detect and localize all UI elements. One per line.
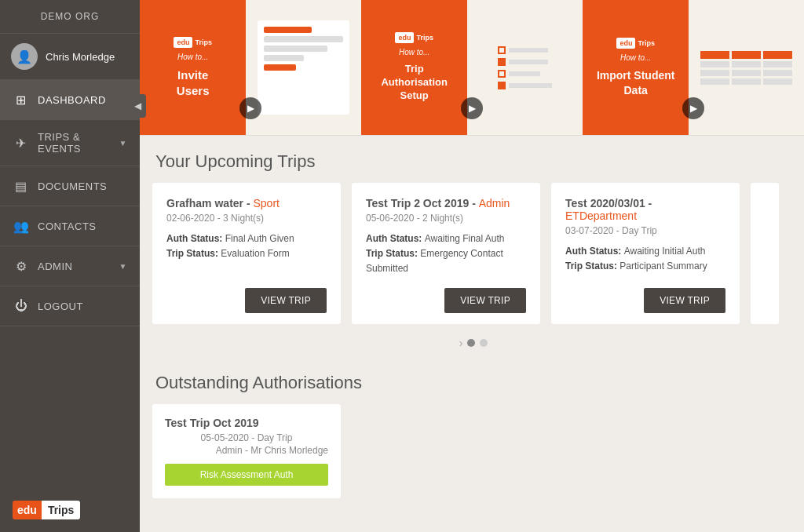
sidebar: DEMO ORG 👤 Chris Morledge ⊞ DASHBOARD ✈ … — [0, 0, 140, 532]
chevron-down-icon: ▼ — [119, 262, 127, 271]
sidebar-item-logout[interactable]: ⏻ LOGOUT — [0, 286, 140, 326]
auth-badge[interactable]: Risk Assessment Auth — [165, 464, 328, 486]
sidebar-item-trips-events[interactable]: ✈ TRIPS & EVENTS ▼ — [0, 120, 140, 166]
view-trip-button-3[interactable]: VIEW TRIP — [644, 288, 725, 313]
sidebar-collapse-button[interactable]: ◀ — [129, 94, 146, 118]
logout-icon: ⏻ — [13, 297, 30, 315]
view-trip-button-2[interactable]: VIEW TRIP — [444, 288, 526, 313]
invite-thumbnail: edu Trips How to... InviteUsers — [140, 0, 361, 135]
sidebar-item-label: CONTACTS — [38, 220, 97, 232]
username: Chris Morledge — [46, 51, 115, 63]
documents-icon: ▤ — [13, 177, 30, 195]
trip-card-title: Test 2020/03/01 - ETDepartment — [565, 197, 725, 222]
sidebar-nav: ⊞ DASHBOARD ✈ TRIPS & EVENTS ▼ ▤ DOCUMEN… — [0, 80, 140, 488]
thumb-logo: edu Trips — [174, 37, 212, 48]
trip-card-date: 03-07-2020 - Day Trip — [565, 225, 725, 236]
auth-section: Test Trip Oct 2019 05-05-2020 - Day Trip… — [140, 404, 804, 514]
trip-card-title: Grafham water - Sport — [166, 197, 327, 210]
howto-card-invite: INVITE NOW » edu Trips How to... InviteU… — [140, 0, 361, 135]
auth-card-title: Test Trip Oct 2019 — [165, 417, 328, 429]
thumb-title: InviteUsers — [177, 67, 210, 98]
app-logo: edu Trips — [0, 488, 140, 532]
pagination-dot-2[interactable] — [480, 339, 488, 347]
thumb-form — [258, 20, 349, 115]
org-name: DEMO ORG — [0, 0, 140, 34]
trips-icon: ✈ — [13, 134, 30, 151]
trip-card-title: Test Trip 2 Oct 2019 - Admin — [366, 197, 526, 210]
trip-card-status: Auth Status: Awaiting Initial Auth Trip … — [565, 244, 725, 277]
play-button-import[interactable]: ▶ — [682, 97, 704, 119]
thumb-checkboxes — [492, 40, 558, 96]
sidebar-item-admin[interactable]: ⚙ ADMIN ▼ — [0, 246, 140, 286]
howto-card-auth: SETUP AUTHORISATION » edu Trips How to..… — [361, 0, 583, 135]
outstanding-auth-title: Outstanding Authorisations — [140, 357, 804, 404]
trip-card-partial — [751, 183, 779, 324]
sidebar-item-documents[interactable]: ▤ DOCUMENTS — [0, 166, 140, 206]
upcoming-trips-title: Your Upcoming Trips — [140, 136, 804, 183]
play-button-invite[interactable]: ▶ — [239, 97, 261, 119]
user-profile: 👤 Chris Morledge — [0, 34, 140, 80]
pagination-dot-1[interactable] — [467, 339, 475, 347]
avatar: 👤 — [11, 43, 38, 70]
trip-card-2: Test Trip 2 Oct 2019 - Admin 05-06-2020 … — [352, 183, 540, 324]
logo-trips: Trips — [42, 501, 80, 519]
auth-thumbnail: edu Trips How to... TripAuthorisationSet… — [361, 0, 583, 135]
thumb-table — [700, 51, 792, 85]
sidebar-item-contacts[interactable]: 👥 CONTACTS — [0, 206, 140, 246]
admin-icon: ⚙ — [13, 257, 30, 275]
play-button-auth[interactable]: ▶ — [461, 97, 483, 119]
trip-card-date: 05-06-2020 - 2 Night(s) — [366, 213, 526, 224]
dashboard-icon: ⊞ — [13, 91, 30, 108]
main-content: INVITE NOW » edu Trips How to... InviteU… — [140, 0, 804, 532]
thumb-title: TripAuthorisationSetup — [381, 63, 448, 103]
sidebar-item-label: LOGOUT — [38, 301, 83, 312]
trip-card-date: 02-06-2020 - 3 Night(s) — [166, 213, 327, 224]
thumb-title: Import StudentData — [597, 68, 675, 97]
chevron-down-icon: ▼ — [119, 139, 127, 148]
contacts-icon: 👥 — [13, 217, 30, 235]
auth-card-admin: Admin - Mr Chris Morledge — [165, 445, 328, 456]
trip-card-status: Auth Status: Final Auth Given Trip Statu… — [166, 231, 327, 277]
trip-card-1: Grafham water - Sport 02-06-2020 - 3 Nig… — [152, 183, 341, 324]
trip-card-status: Auth Status: Awaiting Final Auth Trip St… — [366, 231, 526, 277]
sidebar-item-label: ADMIN — [38, 261, 72, 272]
howto-card-import: IMPORT NOW » edu Trips How to... Import … — [583, 0, 804, 135]
logo-edu: edu — [13, 501, 42, 519]
auth-card: Test Trip Oct 2019 05-05-2020 - Day Trip… — [152, 404, 341, 498]
sidebar-item-dashboard[interactable]: ⊞ DASHBOARD — [0, 80, 140, 120]
trip-card-3: Test 2020/03/01 - ETDepartment 03-07-202… — [551, 183, 740, 324]
trips-row: Grafham water - Sport 02-06-2020 - 3 Nig… — [140, 183, 804, 332]
howto-videos-row: INVITE NOW » edu Trips How to... InviteU… — [140, 0, 804, 136]
import-thumbnail: edu Trips How to... Import StudentData — [583, 0, 804, 135]
sidebar-item-label: DOCUMENTS — [38, 180, 107, 192]
sidebar-item-label: DASHBOARD — [38, 94, 106, 106]
sidebar-item-label: TRIPS & EVENTS — [38, 131, 119, 155]
auth-card-date: 05-05-2020 - Day Trip — [165, 432, 328, 443]
pagination-prev-arrow[interactable]: › — [459, 337, 463, 349]
view-trip-button-1[interactable]: VIEW TRIP — [245, 288, 327, 313]
pagination-dots: › — [140, 332, 804, 357]
